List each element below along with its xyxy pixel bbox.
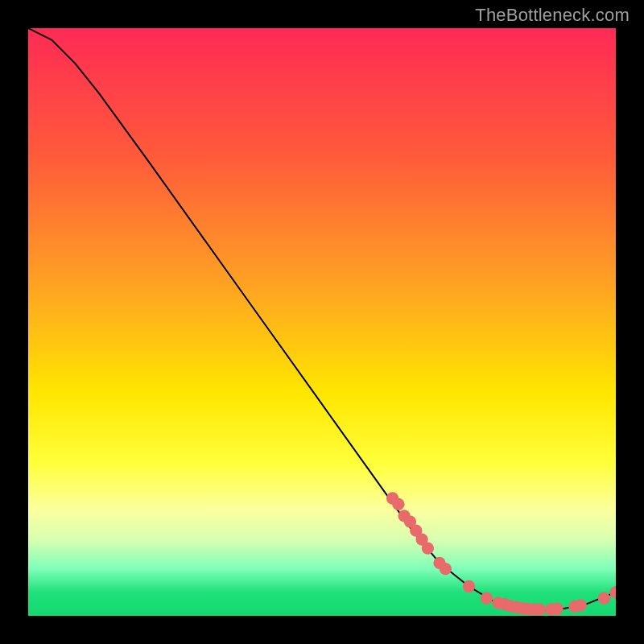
- chart-curve: [28, 28, 616, 610]
- svg-point-23: [598, 592, 610, 604]
- chart-frame: TheBottleneck.com: [0, 0, 644, 644]
- svg-point-22: [575, 599, 587, 611]
- svg-point-9: [463, 580, 475, 592]
- chart-svg: [28, 28, 616, 616]
- svg-point-10: [481, 592, 493, 604]
- svg-point-8: [440, 563, 452, 575]
- svg-point-1: [392, 498, 404, 510]
- svg-point-6: [422, 542, 434, 554]
- chart-points: [386, 492, 616, 615]
- svg-point-24: [609, 586, 616, 598]
- svg-point-20: [551, 603, 563, 615]
- chart-plot-area: [28, 28, 616, 616]
- svg-point-18: [533, 603, 545, 615]
- attribution-text: TheBottleneck.com: [475, 5, 630, 26]
